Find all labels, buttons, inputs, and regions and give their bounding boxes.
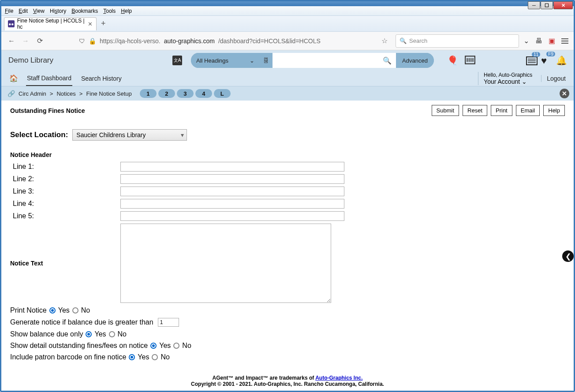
browser-menubar: File Edit View History Bookmarks Tools H…	[1, 6, 574, 16]
hello-text: Hello, Auto-Graphics	[484, 72, 532, 78]
nav-search-history[interactable]: Search History	[80, 71, 123, 86]
language-icon[interactable]: 文A	[172, 56, 182, 65]
print-icon[interactable]: 🖶	[535, 37, 542, 45]
back-button[interactable]: ←	[7, 36, 16, 46]
help-button[interactable]: Help	[543, 105, 565, 116]
nav-staff-dashboard[interactable]: Staff Dashboard	[26, 71, 72, 86]
barcode-no-radio[interactable]	[152, 354, 158, 360]
home-icon[interactable]: 🏠	[9, 74, 18, 82]
footer-link[interactable]: Auto-Graphics Inc.	[315, 375, 362, 381]
menu-help[interactable]: Help	[118, 7, 134, 15]
catalog-search-input[interactable]	[273, 53, 378, 68]
browser-search-field[interactable]: 🔍 Search	[396, 34, 519, 48]
tab-close-icon[interactable]: ✕	[88, 21, 93, 27]
url-field[interactable]: 🛡 🔒 https://qa-hcols-verso.auto-graphics…	[75, 34, 391, 48]
print-button[interactable]: Print	[491, 105, 512, 116]
bell-icon[interactable]: 🔔	[556, 55, 567, 66]
pocket-icon[interactable]: ⌄	[523, 37, 529, 45]
chain-icon: 🔗	[7, 90, 15, 97]
catalog-search-button[interactable]: 🔍	[378, 53, 396, 68]
menu-edit[interactable]: Edit	[16, 7, 30, 15]
reload-button[interactable]: ⟳	[35, 36, 45, 46]
line2-input[interactable]	[120, 174, 344, 184]
headings-label: All Headings	[196, 57, 228, 64]
detail-no-radio[interactable]	[173, 343, 179, 349]
balance-threshold-input[interactable]	[158, 318, 179, 327]
menu-tools[interactable]: Tools	[101, 7, 118, 15]
step-l[interactable]: L	[214, 89, 231, 98]
url-domain: auto-graphics.com	[164, 37, 215, 45]
email-button[interactable]: Email	[516, 105, 540, 116]
step-1[interactable]: 1	[140, 89, 157, 98]
crumb-notices[interactable]: Notices	[56, 90, 75, 97]
barcode-yes-radio[interactable]	[129, 354, 135, 360]
crumb-sep: >	[79, 90, 83, 97]
line4-label: Line 4:	[10, 200, 120, 208]
menu-bookmarks[interactable]: Bookmarks	[69, 7, 101, 15]
notice-text-label: Notice Text	[10, 224, 120, 303]
footer-trademark: AGent™ and Impact™ are trademarks of	[213, 375, 316, 381]
balance-only-yes-radio[interactable]	[86, 331, 92, 337]
print-notice-no-radio[interactable]	[72, 307, 78, 314]
line1-input[interactable]	[120, 162, 344, 172]
submit-button[interactable]: Submit	[432, 105, 459, 116]
your-account-label: Your Account	[484, 78, 520, 85]
browser-tab[interactable]: ●● Fine Notice Setup | HCOLS | hc ✕	[4, 17, 97, 30]
bookmark-star-icon[interactable]: ☆	[381, 37, 388, 45]
crumb-circ-admin[interactable]: Circ Admin	[19, 90, 46, 97]
heart-icon[interactable]: ♥ F9	[541, 55, 553, 66]
page-title: Outstanding Fines Notice	[10, 107, 85, 114]
forms-badge: 11	[532, 52, 540, 57]
app-menu-button[interactable]	[561, 38, 568, 44]
no-label: No	[118, 330, 127, 338]
chevron-down-icon: ⌄	[250, 57, 254, 64]
notice-header-label: Notice Header	[10, 151, 565, 158]
line5-input[interactable]	[120, 211, 344, 221]
footer: AGent™ and Impact™ are trademarks of Aut…	[1, 375, 574, 387]
reset-button[interactable]: Reset	[463, 105, 487, 116]
detail-label: Show detail outstanding fines/fees on no…	[10, 342, 148, 350]
app-nav: 🏠 Staff Dashboard Search History Hello, …	[1, 71, 574, 86]
side-panel-toggle[interactable]: ❮	[562, 250, 574, 262]
menu-file[interactable]: File	[2, 7, 16, 15]
window-close-button[interactable]: ✕	[553, 1, 573, 9]
step-4[interactable]: 4	[195, 89, 212, 98]
extension-icon[interactable]: ▣	[549, 37, 555, 45]
forms-icon[interactable]: 11	[526, 56, 538, 65]
crumb-sep: >	[50, 90, 53, 97]
database-icon[interactable]: 🗄	[260, 57, 273, 64]
tab-favicon-icon: ●●	[8, 20, 15, 27]
line3-input[interactable]	[120, 187, 344, 196]
detail-yes-radio[interactable]	[150, 343, 157, 349]
step-3[interactable]: 3	[177, 89, 194, 98]
menu-history[interactable]: History	[47, 7, 69, 15]
new-tab-button[interactable]: +	[101, 19, 106, 28]
yes-label: Yes	[138, 353, 149, 361]
step-2[interactable]: 2	[158, 89, 175, 98]
headings-dropdown[interactable]: All Headings ⌄	[191, 53, 260, 68]
menu-view[interactable]: View	[30, 7, 47, 15]
line5-label: Line 5:	[10, 212, 120, 220]
line4-input[interactable]	[120, 199, 344, 209]
yes-label: Yes	[159, 342, 171, 350]
balloon-icon[interactable]: 🎈	[447, 55, 458, 66]
yes-label: Yes	[58, 306, 70, 314]
print-notice-yes-radio[interactable]	[49, 307, 56, 314]
notice-textarea[interactable]	[120, 224, 331, 303]
window-maximize-button[interactable]: ☐	[541, 1, 553, 9]
logout-link[interactable]: Logout	[541, 75, 566, 82]
barcode-label: Include patron barcode on fine notice	[10, 353, 126, 361]
window-minimize-button[interactable]: ─	[528, 1, 540, 9]
print-notice-label: Print Notice	[10, 306, 47, 314]
scan-icon[interactable]	[464, 54, 476, 67]
balance-only-no-radio[interactable]	[109, 331, 115, 337]
no-label: No	[182, 342, 191, 350]
lock-icon: 🔒	[89, 37, 96, 45]
account-dropdown[interactable]: Hello, Auto-Graphics Your Account ⌄	[478, 72, 532, 85]
forward-button[interactable]: →	[21, 36, 30, 46]
close-panel-button[interactable]: ✕	[560, 89, 569, 98]
search-icon: 🔍	[400, 37, 407, 44]
advanced-search-button[interactable]: Advanced	[396, 53, 434, 68]
location-select[interactable]: Saucier Childrens Library	[72, 129, 187, 141]
browser-search-placeholder: Search	[409, 37, 427, 44]
